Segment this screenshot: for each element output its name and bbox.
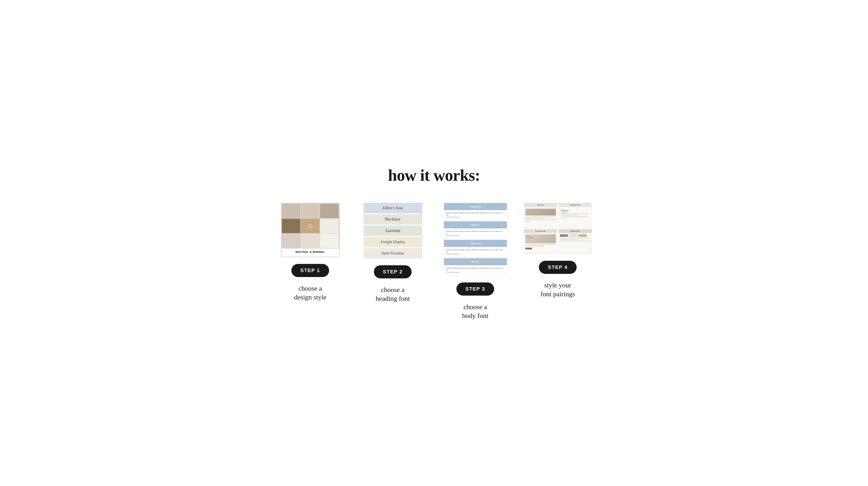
body-font-apercu: Apercu Aa Bb Cc Dd Ee Ff Gg Hh Ii Jj Kk … — [444, 221, 507, 239]
step-2-badge: STEP 2 — [374, 265, 412, 278]
body-font-card: Poppins Aa Bb Cc Dd Ee Ff Gg Hh Ii Jj Kk… — [444, 203, 507, 276]
btn-style-3: SHOP NOW — [579, 234, 587, 237]
step-2-label: choose aheading font — [376, 285, 410, 303]
mini-card-our-fonts: Our Fonts Smooth Ends — [524, 203, 557, 228]
grid-cell-5: BettyDraper — [301, 219, 320, 233]
poppins-text: Aa Bb Cc Dd Ee Ff Gg Hh Ii Jj Kk Ll Mm N… — [446, 212, 504, 218]
grid-cell-7 — [282, 234, 301, 248]
button-styles-body: SHOP NOW SHOP NOW SHOP NOW — [559, 233, 592, 254]
body-font-poppins: Poppins Aa Bb Cc Dd Ee Ff Gg Hh Ii Jj Kk… — [444, 203, 507, 220]
step-3-label: choose abody font — [462, 302, 489, 320]
design-style-card: BettyDraper NEUTRAL & MINIMAL — [281, 203, 340, 257]
page-title: how it works: — [388, 166, 480, 185]
step-1-column: BettyDraper NEUTRAL & MINIMAL STEP 1 cho… — [276, 203, 345, 301]
font-hierarchy-body: Heading 1 Heading 2 Smooth Ends — [559, 207, 592, 227]
grid-cell-1 — [282, 204, 301, 218]
tahoma-text: Aa Bb Cc Dd Ee Ff Gg Hh Ii Jj Kk Ll Mm N… — [446, 249, 504, 255]
step-4-column: Our Fonts Smooth Ends Font Hierarchy Hea… — [523, 203, 592, 298]
tahoma-content: Aa Bb Cc Dd Ee Ff Gg Hh Ii Jj Kk Ll Mm N… — [444, 247, 507, 257]
btn-style-1: SHOP NOW — [560, 234, 568, 237]
fh-heading-1: Heading 1 — [561, 209, 589, 211]
grid-cell-3 — [320, 204, 339, 218]
step-1-badge: STEP 1 — [291, 264, 329, 277]
avenir-text: Aa Bb Cc Dd Ee Ff Gg Hh Ii Jj Kk Ll Mm N… — [446, 267, 504, 274]
fh-line-3 — [561, 216, 589, 217]
apercu-content: Aa Bb Cc Dd Ee Ff Gg Hh Ii Jj Kk Ll Mm N… — [444, 229, 507, 239]
font-hierarchy-lines: Heading 1 Heading 2 Smooth Ends — [560, 208, 590, 220]
fh-line-1 — [561, 214, 589, 214]
pairing-card: Our Fonts Smooth Ends Font Hierarchy Hea… — [524, 203, 592, 254]
btn-line-1 — [560, 238, 590, 239]
step-2-column: Editor's Note Mackinac Lavonia Freight D… — [358, 203, 427, 303]
poppins-header: Poppins — [444, 203, 507, 210]
tahoma-header: Tahoma — [444, 240, 507, 247]
mini-card-button-styles: Button Styles SHOP NOW SHOP NOW SHOP NOW — [559, 229, 592, 254]
apercu-text: Aa Bb Cc Dd Ee Ff Gg Hh Ii Jj Kk Ll Mm N… — [446, 230, 504, 237]
mini-card-font-hierarchy-2: Font Hierarchy We'reClub & Show — [524, 229, 557, 254]
font-item-freight-display: Freight Display — [364, 237, 422, 247]
step-1-label: choose adesign style — [294, 284, 327, 301]
mini-card-font-hierarchy: Font Hierarchy Heading 1 Heading 2 Smoot… — [559, 203, 592, 228]
grid-cell-8 — [301, 234, 320, 248]
our-fonts-line-2 — [525, 218, 544, 218]
step-4-badge: STEP 4 — [539, 261, 577, 274]
font-item-lavonia: Lavonia — [364, 225, 422, 236]
step-3-column: Poppins Aa Bb Cc Dd Ee Ff Gg Hh Ii Jj Kk… — [441, 203, 510, 320]
btn-style-2: SHOP NOW — [569, 234, 578, 237]
design-style-grid: BettyDraper — [281, 203, 339, 248]
design-style-label: NEUTRAL & MINIMAL — [281, 248, 339, 255]
btn-line-2 — [560, 240, 578, 240]
our-fonts-line-3 — [525, 219, 556, 220]
font-item-mackinac: Mackinac — [364, 214, 422, 224]
font-hierarchy-2-body: We'reClub & Show — [524, 233, 557, 254]
poppins-content: Aa Bb Cc Dd Ee Ff Gg Hh Ii Jj Kk Ll Mm N… — [444, 210, 507, 220]
grid-cell-2 — [301, 204, 320, 218]
avenir-header: Avenir — [444, 258, 507, 265]
steps-container: BettyDraper NEUTRAL & MINIMAL STEP 1 cho… — [276, 203, 592, 320]
fh-heading-2: Heading 2 — [561, 212, 589, 213]
avenir-content: Aa Bb Cc Dd Ee Ff Gg Hh Ii Jj Kk Ll Mm N… — [444, 265, 507, 275]
fh-line-2 — [561, 215, 578, 215]
grid-cell-6 — [320, 219, 339, 233]
grid-cell-9 — [320, 234, 339, 248]
font-list-card: Editor's Note Mackinac Lavonia Freight D… — [364, 203, 422, 259]
body-font-avenir: Avenir Aa Bb Cc Dd Ee Ff Gg Hh Ii Jj Kk … — [444, 258, 507, 276]
our-fonts-line-1 — [525, 217, 556, 217]
our-fonts-body: Smooth Ends — [524, 208, 557, 227]
step-3-badge: STEP 3 — [456, 282, 494, 296]
fh2-line-1 — [525, 244, 556, 245]
our-fonts-title: Our Fonts — [524, 203, 557, 207]
font-item-editors-note: Editor's Note — [364, 203, 422, 213]
font-item-dark-paradise: Dark Paradise — [364, 248, 422, 259]
apercu-header: Apercu — [444, 221, 507, 229]
fh2-line-2 — [525, 246, 544, 246]
step-4-label: style yourfont pairings — [540, 281, 575, 298]
btn-line-3 — [560, 241, 590, 241]
grid-cell-4 — [282, 219, 301, 233]
body-font-tahoma: Tahoma Aa Bb Cc Dd Ee Ff Gg Hh Ii Jj Kk … — [444, 240, 507, 257]
